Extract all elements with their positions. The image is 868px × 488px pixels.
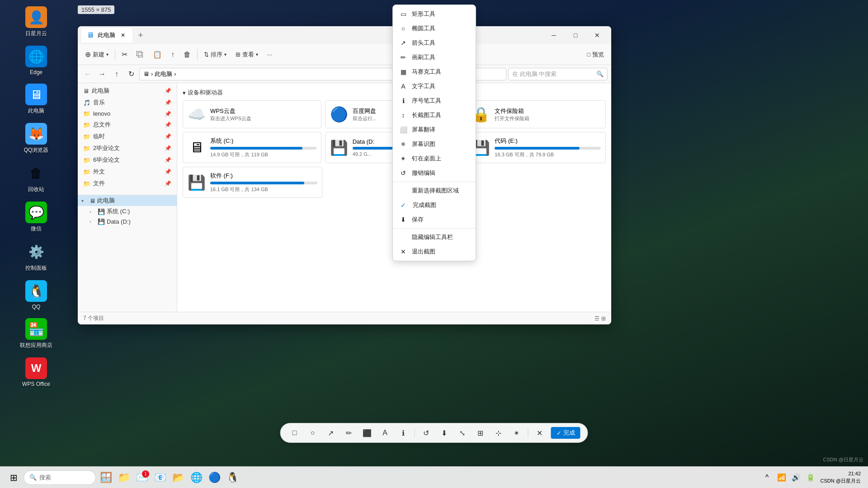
sidebar-item-lenovo[interactable]: 📁 lenovo 📌 — [78, 108, 177, 119]
drive-c[interactable]: 🖥 系统 (C:) 14.9 GB 可用，共 119 GB — [183, 132, 321, 163]
menu-item-ocr[interactable]: ✳ 屏幕识图 — [393, 137, 476, 151]
menu-item-reselect[interactable]: 重新选择截图区域 — [393, 183, 476, 198]
share-button[interactable]: ↑ — [167, 48, 178, 61]
ss-cancel-button[interactable]: ✕ — [533, 426, 547, 440]
ss-pen-button[interactable]: ✏ — [342, 426, 356, 440]
new-tab-button[interactable]: + — [134, 29, 147, 42]
close-button[interactable]: ✕ — [587, 28, 608, 42]
vault[interactable]: 🔒 文件保险箱 打开文件保险箱 — [467, 100, 606, 128]
menu-label-undo: 撤销编辑 — [412, 169, 435, 177]
copy-button[interactable]: ⿻ — [133, 48, 147, 61]
explorer-tab[interactable]: 🖥 此电脑 ✕ — [81, 28, 132, 42]
ss-ocr-button[interactable]: ⊹ — [492, 426, 505, 440]
forward-button[interactable]: → — [96, 68, 108, 80]
sidebar-item-allfiles[interactable]: 📁 总文件 📌 — [78, 119, 177, 131]
desktop-icon-recycle[interactable]: 🗑 回收站 — [18, 160, 54, 195]
menu-item-text[interactable]: A 文字工具 — [393, 79, 476, 94]
ss-text-button[interactable]: A — [378, 426, 392, 440]
sort-button[interactable]: ⇅ 排序 ▾ — [200, 48, 230, 61]
tree-c[interactable]: › 💾 系统 (C:) — [78, 206, 177, 217]
drive-e[interactable]: 💾 代码 (E:) 16.3 GB 可用，共 79.9 GB — [467, 132, 606, 163]
sidebar-item-thispc[interactable]: 🖥 此电脑 📌 — [78, 85, 177, 97]
taskbar-qq[interactable]: 🐧 — [224, 469, 241, 486]
menu-item-pin[interactable]: ✴ 钉在桌面上 — [393, 151, 476, 166]
menu-item-ellipse[interactable]: ○ 椭圆工具 — [393, 21, 476, 36]
desktop-icon-wechat[interactable]: 💬 微信 — [18, 200, 54, 235]
up-button[interactable]: ↑ — [110, 68, 123, 80]
ss-complete-button[interactable]: ✓ 完成 — [551, 427, 580, 439]
menu-item-hide-toolbar[interactable]: 隐藏编辑工具栏 — [393, 230, 476, 244]
ss-save-button[interactable]: ⬇ — [438, 426, 451, 440]
search-box[interactable]: 在 此电脑 中搜索 🔍 — [508, 68, 608, 80]
tray-time[interactable]: 21:42 CSDN @日星月云 — [819, 470, 863, 484]
taskbar-edge[interactable]: 🌐 — [188, 469, 204, 486]
menu-item-undo[interactable]: ↺ 撤销编辑 — [393, 166, 476, 180]
taskbar-explorer[interactable]: 📁 — [116, 469, 132, 486]
menu-item-exit[interactable]: ✕ 退出截图 — [393, 244, 476, 259]
delete-button[interactable]: 🗑 — [180, 48, 194, 61]
paste-button[interactable]: 📋 — [149, 48, 165, 61]
tree-d[interactable]: › 💾 Data (D:) — [78, 217, 177, 226]
taskbar-widgets[interactable]: 🪟 — [98, 469, 114, 486]
ss-translate-button[interactable]: ⊞ — [474, 426, 487, 440]
tray-chevron[interactable]: ^ — [761, 471, 774, 484]
desktop-icon-qq[interactable]: 🐧 QQ — [18, 278, 54, 312]
minimize-button[interactable]: ─ — [543, 28, 564, 42]
taskbar-search[interactable]: 🔍 搜索 — [24, 470, 96, 485]
start-button[interactable]: ⊞ — [5, 469, 22, 486]
sidebar-item-music[interactable]: 🎵 音乐 📌 — [78, 97, 177, 108]
menu-item-arrow[interactable]: ↗ 箭头工具 — [393, 36, 476, 50]
menu-item-serial[interactable]: ℹ 序号笔工具 — [393, 94, 476, 108]
desktop-icon-rixin[interactable]: 👤 日星月云 — [18, 5, 54, 39]
menu-item-done[interactable]: ✓ 完成截图 — [393, 198, 476, 212]
view-button[interactable]: ⊞ 查看 ▾ — [232, 48, 262, 61]
ss-image-button[interactable]: ⬛ — [360, 426, 374, 440]
ss-undo-button[interactable]: ↺ — [420, 426, 433, 440]
taskbar-folder[interactable]: 📂 — [170, 469, 186, 486]
taskbar-mail[interactable]: ✉️ 1 — [134, 469, 150, 486]
more-button[interactable]: ··· — [264, 49, 276, 60]
desktop-icon-wps[interactable]: W WPS Office — [18, 356, 54, 389]
desktop-icon-thispc[interactable]: 🖥 此电脑 — [18, 82, 54, 117]
grid-view-icon[interactable]: ⊞ — [601, 315, 606, 322]
ss-longshot-button[interactable]: ⤡ — [456, 426, 469, 440]
menu-item-save[interactable]: ⬇ 保存 — [393, 212, 476, 227]
menu-item-mosaic[interactable]: ▦ 马赛克工具 — [393, 65, 476, 79]
maximize-button[interactable]: □ — [565, 28, 586, 42]
back-button[interactable]: ← — [81, 68, 94, 80]
new-button[interactable]: ⊕ 新建 ▾ — [81, 48, 112, 61]
ss-arrow-button[interactable]: ↗ — [324, 426, 338, 440]
menu-item-pen[interactable]: ✏ 画刷工具 — [393, 50, 476, 65]
menu-label-hide-toolbar: 隐藏编辑工具栏 — [412, 233, 453, 241]
preview-button[interactable]: □ 预览 — [583, 48, 608, 61]
tab-close-button[interactable]: ✕ — [119, 31, 127, 39]
sidebar-item-thesis6[interactable]: 📁 6毕业论文 📌 — [78, 154, 177, 166]
cut-button[interactable]: ✂ — [118, 48, 131, 61]
ss-circle-button[interactable]: ○ — [306, 426, 320, 440]
drive-f[interactable]: 💾 软件 (F:) 16.1 GB 可用，共 134 GB — [183, 167, 322, 198]
menu-item-rect[interactable]: ▭ 矩形工具 — [393, 7, 476, 21]
ss-rect-button[interactable]: □ — [288, 426, 302, 440]
ss-pin-button[interactable]: ✴ — [510, 426, 524, 440]
wps-cloud[interactable]: ☁️ WPS云盘 双击进入WPS云盘 — [183, 100, 321, 128]
list-view-icon[interactable]: ☰ — [594, 315, 599, 322]
menu-item-translate[interactable]: ⬜ 屏幕翻译 — [393, 122, 476, 137]
sidebar-item-thesis2[interactable]: 📁 2毕业论文 📌 — [78, 142, 177, 154]
drive-c-bar-container — [210, 147, 316, 150]
sidebar-item-temp[interactable]: 📁 临时 📌 — [78, 131, 177, 142]
sidebar-item-foreign[interactable]: 📁 外文 📌 — [78, 166, 177, 178]
tray-battery[interactable]: 🔋 — [804, 471, 817, 484]
tray-volume[interactable]: 🔊 — [790, 471, 802, 484]
refresh-button[interactable]: ↻ — [125, 68, 137, 80]
taskbar-mail2[interactable]: 📧 — [152, 469, 168, 486]
desktop-icon-qqbrowser[interactable]: 🦊 QQ浏览器 — [18, 121, 54, 156]
taskbar-app1[interactable]: 🔵 — [206, 469, 222, 486]
tree-thispc[interactable]: ▾ 🖥 此电脑 — [78, 195, 177, 206]
menu-item-longshot[interactable]: ↕ 长截图工具 — [393, 108, 476, 122]
desktop-icon-edge[interactable]: 🌐 Edge — [18, 44, 54, 77]
desktop-icon-control[interactable]: ⚙️ 控制面板 — [18, 239, 54, 274]
tray-wifi[interactable]: 📶 — [775, 471, 788, 484]
desktop-icon-appstore[interactable]: 🏪 联想应用商店 — [18, 316, 54, 351]
sidebar-item-files[interactable]: 📁 文件 📌 — [78, 178, 177, 189]
ss-serial-button[interactable]: ℹ — [396, 426, 410, 440]
